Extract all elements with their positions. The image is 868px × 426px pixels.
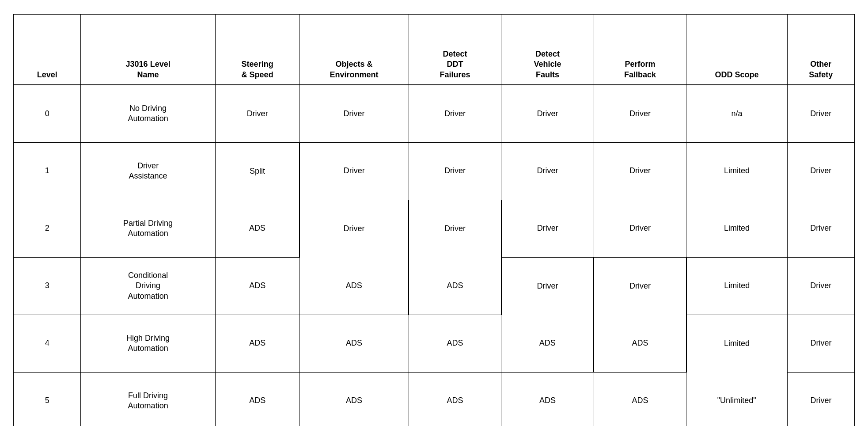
- cell-steering-5: ADS: [215, 372, 299, 426]
- header-odd: ODD Scope: [686, 14, 787, 85]
- cell-objects-5: ADS: [299, 372, 409, 426]
- cell-odd-4: Limited: [686, 315, 787, 372]
- cell-odd-2: Limited: [686, 200, 787, 257]
- cell-safety-4: Driver: [787, 315, 854, 372]
- cell-name-3: Conditional Driving Automation: [81, 257, 216, 315]
- cell-ddt-0: Driver: [409, 85, 501, 142]
- table-row: 2 Partial Driving Automation ADS Driver …: [14, 200, 855, 257]
- cell-perform-5: ADS: [594, 372, 686, 426]
- header-detect-ddt: Detect DDT Failures: [409, 14, 501, 85]
- cell-name-2: Partial Driving Automation: [81, 200, 216, 257]
- table-row: 3 Conditional Driving Automation ADS ADS…: [14, 257, 855, 315]
- cell-veh-0: Driver: [501, 85, 594, 142]
- cell-steering-3: ADS: [215, 257, 299, 315]
- cell-odd-0: n/a: [686, 85, 787, 142]
- cell-ddt-4: ADS: [409, 315, 501, 372]
- cell-veh-4: ADS: [501, 315, 594, 372]
- cell-objects-0: Driver: [299, 85, 409, 142]
- cell-perform-0: Driver: [594, 85, 686, 142]
- cell-name-1: Driver Assistance: [81, 142, 216, 200]
- cell-perform-2: Driver: [594, 200, 686, 257]
- cell-objects-3: ADS: [299, 257, 409, 315]
- cell-odd-3: Limited: [686, 257, 787, 315]
- table-wrapper: Level J3016 Level Name Steering & Speed …: [9, 9, 859, 426]
- cell-veh-1: Driver: [501, 142, 594, 200]
- cell-level-2: 2: [14, 200, 81, 257]
- table-row: 1 Driver Assistance Split Driver Driver …: [14, 142, 855, 200]
- cell-objects-1: Driver: [299, 142, 409, 200]
- cell-steering-4: ADS: [215, 315, 299, 372]
- cell-objects-2: Driver: [299, 200, 409, 257]
- header-row: Level J3016 Level Name Steering & Speed …: [14, 14, 855, 85]
- cell-objects-4: ADS: [299, 315, 409, 372]
- cell-ddt-3: ADS: [409, 257, 501, 315]
- cell-veh-5: ADS: [501, 372, 594, 426]
- cell-name-0: No Driving Automation: [81, 85, 216, 142]
- cell-ddt-1: Driver: [409, 142, 501, 200]
- cell-steering-1: Split: [215, 142, 299, 200]
- cell-safety-1: Driver: [787, 142, 854, 200]
- header-detect-veh: Detect Vehicle Faults: [501, 14, 594, 85]
- automation-levels-table: Level J3016 Level Name Steering & Speed …: [13, 14, 855, 426]
- cell-level-0: 0: [14, 85, 81, 142]
- cell-ddt-5: ADS: [409, 372, 501, 426]
- cell-safety-0: Driver: [787, 85, 854, 142]
- header-steering: Steering & Speed: [215, 14, 299, 85]
- cell-odd-5: "Unlimited": [686, 372, 787, 426]
- cell-steering-2: ADS: [215, 200, 299, 257]
- cell-perform-3: Driver: [594, 257, 686, 315]
- cell-name-5: Full Driving Automation: [81, 372, 216, 426]
- cell-odd-1: Limited: [686, 142, 787, 200]
- header-perform: Perform Fallback: [594, 14, 686, 85]
- header-safety: Other Safety: [787, 14, 854, 85]
- header-level: Level: [14, 14, 81, 85]
- cell-level-1: 1: [14, 142, 81, 200]
- cell-steering-0: Driver: [215, 85, 299, 142]
- cell-safety-3: Driver: [787, 257, 854, 315]
- cell-name-4: High Driving Automation: [81, 315, 216, 372]
- cell-safety-5: Driver: [787, 372, 854, 426]
- cell-veh-2: Driver: [501, 200, 594, 257]
- cell-perform-4: ADS: [594, 315, 686, 372]
- table-row: 0 No Driving Automation Driver Driver Dr…: [14, 85, 855, 142]
- cell-level-5: 5: [14, 372, 81, 426]
- cell-level-3: 3: [14, 257, 81, 315]
- header-name: J3016 Level Name: [81, 14, 216, 85]
- cell-perform-1: Driver: [594, 142, 686, 200]
- cell-safety-2: Driver: [787, 200, 854, 257]
- header-objects: Objects & Environment: [299, 14, 409, 85]
- table-row: 4 High Driving Automation ADS ADS ADS AD…: [14, 315, 855, 372]
- cell-veh-3: Driver: [501, 257, 594, 315]
- table-row: 5 Full Driving Automation ADS ADS ADS AD…: [14, 372, 855, 426]
- cell-level-4: 4: [14, 315, 81, 372]
- cell-ddt-2: Driver: [409, 200, 501, 257]
